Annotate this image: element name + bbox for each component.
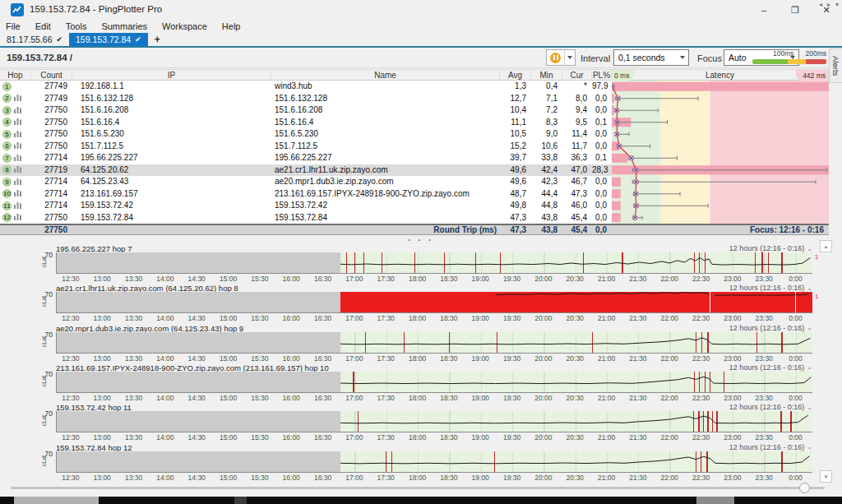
time-tick: 20:30 [567,433,584,442]
timeline-graph-icon[interactable] [14,141,21,150]
time-tick: 14:30 [188,433,206,442]
graph-range-selector[interactable]: 12 hours (12:16 - 0:16)⌄ [729,363,812,372]
time-tick: 14:30 [188,394,206,402]
timeline-graph-icon[interactable] [14,106,21,115]
timeline-graph-hop-11: 159.153.72.42 hop 1112 hours (12:16 - 0:… [0,402,842,442]
column-header-pl[interactable]: PL% [592,70,612,80]
timeline-graph-icon[interactable] [14,178,21,187]
scroll-up-button[interactable]: ▲ [820,240,832,252]
graph-plot-area[interactable]: 1 [56,292,812,313]
graph-range-selector[interactable]: 12 hours (12:16 - 0:16)⌄ [729,443,812,451]
time-tick: 14:00 [156,314,173,322]
timeline-graph-icon[interactable] [14,201,21,210]
timeline-graph-icon[interactable] [14,94,21,103]
column-header-latency[interactable]: 0 msLatency442 ms [612,70,829,80]
time-tick: 17:00 [345,394,363,402]
new-tab-button[interactable]: + [148,33,167,46]
horizontal-scrollbar-thumb[interactable] [799,483,810,493]
graph-range-selector[interactable]: 12 hours (12:16 - 0:16)⌄ [729,244,812,252]
maximize-button[interactable]: ❐ [780,0,811,20]
timeline-graph-hop-7: 195.66.225.227 hop 712 hours (12:16 - 0:… [0,243,842,283]
target-tab-81.17.55.66[interactable]: 81.17.55.66✔ [0,33,69,46]
time-tick: 19:30 [503,474,520,482]
time-tick: 19:30 [503,275,520,283]
latency-max-label: 442 ms [796,70,828,81]
time-tick: 16:30 [314,433,331,442]
timeline-graphs-panel: 195.66.225.227 hop 712 hours (12:16 - 0:… [0,243,842,482]
graph-plot-area[interactable] [56,372,812,393]
column-header-cur[interactable]: Cur [562,70,592,80]
menu-file[interactable]: File [0,21,28,31]
time-tick: 22:30 [692,314,710,322]
timeline-graph-icon[interactable] [14,118,21,127]
time-tick: 19:00 [472,433,489,442]
target-tab-159.153.72.84[interactable]: 159.153.72.84✔ [69,33,148,46]
menu-tools[interactable]: Tools [58,21,95,31]
time-tick: 15:00 [220,275,237,283]
chevron-down-icon: ⌄ [807,404,812,411]
menu-workspace[interactable]: Workspace [155,21,215,31]
column-header-min[interactable]: Min [531,70,562,80]
pl-cell: 0,0 [592,128,612,141]
tab-list-icon[interactable]: ▾ [835,1,839,8]
time-tick: 15:30 [251,474,268,482]
interval-select[interactable]: 0,1 seconds [613,49,689,66]
time-tick: 16:30 [314,354,331,363]
time-tick: 13:00 [94,394,111,402]
graph-range-selector[interactable]: 12 hours (12:16 - 0:16)⌄ [729,284,812,292]
name-cell: wind3.hub [271,81,500,93]
latency-graph-column[interactable] [612,81,829,224]
graph-range-selector[interactable]: 12 hours (12:16 - 0:16)⌄ [729,324,812,332]
graph-plot-area[interactable] [56,332,812,354]
graph-plot-area[interactable] [56,451,812,473]
column-header-avg[interactable]: Avg [500,70,531,80]
time-tick: 13:00 [94,275,111,283]
count-cell: 27714 [31,176,72,188]
horizontal-scrollbar-track[interactable] [11,487,825,489]
minimize-button[interactable]: – [748,0,780,20]
tab-scroll-right-icon[interactable]: ▸ [827,1,830,8]
time-tick: 13:30 [125,354,142,363]
min-cell: 7,2 [531,104,562,117]
timeline-graph-icon[interactable] [14,213,21,222]
time-tick: 14:00 [156,394,173,402]
time-tick: 21:00 [598,394,615,402]
column-header-count[interactable]: Count [31,70,72,80]
tab-label: 159.153.72.84 [76,35,131,44]
cur-cell: 9,5 [562,117,592,129]
pause-button[interactable] [546,49,576,66]
alerts-side-tab[interactable]: Alerts [829,49,842,83]
column-header-ip[interactable]: IP [72,70,271,80]
time-tick: 23:30 [756,354,773,363]
timeline-graph-icon[interactable] [14,165,21,174]
tab-scroll-left-icon[interactable]: ◂ [819,1,822,8]
ip-cell: 151.6.16.4 [72,117,271,129]
chevron-down-icon [676,56,688,59]
pane-splitter[interactable]: • • • [0,236,842,243]
time-tick: 19:00 [472,394,489,402]
pause-dropdown[interactable] [565,50,575,65]
graph-time-axis: 12:3013:0013:3014:0014:3015:0015:3016:00… [56,474,812,482]
graph-plot-area[interactable] [56,411,812,432]
time-tick: 15:30 [251,394,268,402]
latency-min-label: 0 ms [612,70,634,81]
menu-help[interactable]: Help [215,21,248,31]
round-trip-summary-row[interactable]: 27750 Round Trip (ms) 47,3 43,8 45,4 0,0… [0,224,829,235]
cur-cell: * [562,81,592,93]
time-tick: 14:30 [188,474,206,482]
scroll-down-button[interactable]: ▼ [820,470,832,483]
timeline-graph-icon[interactable] [14,130,21,139]
summary-min: 43,8 [531,225,562,234]
time-tick: 20:30 [567,354,584,363]
column-header-name[interactable]: Name [271,70,500,80]
timeline-graph-icon[interactable] [14,154,21,163]
timeline-graph-icon[interactable] [14,189,21,198]
graph-plot-area[interactable]: 1 [56,252,812,274]
graph-range-selector[interactable]: 12 hours (12:16 - 0:16)⌄ [729,403,812,411]
menu-edit[interactable]: Edit [28,21,58,31]
time-tick: 23:30 [756,394,773,402]
column-header-hop[interactable]: Hop [0,70,31,80]
ip-cell: 192.168.1.1 [72,81,271,93]
menu-summaries[interactable]: Summaries [94,21,155,31]
time-tick: 12:30 [62,394,79,402]
